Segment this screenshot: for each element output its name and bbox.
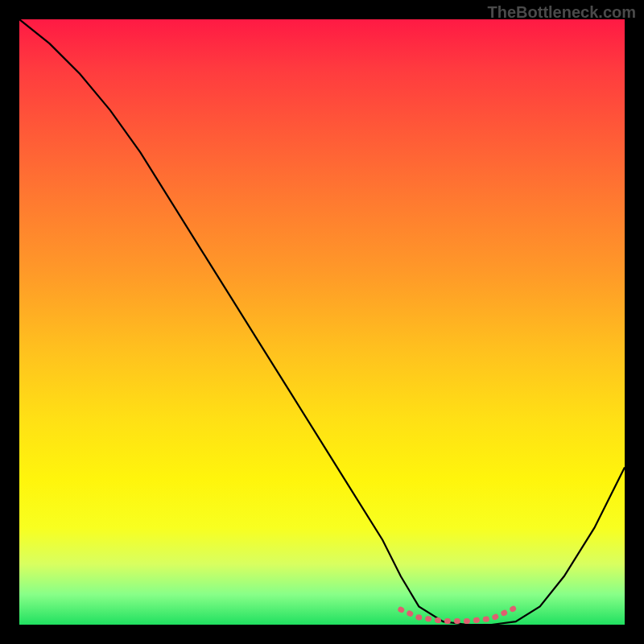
- chart-area: [19, 19, 625, 625]
- watermark-text: TheBottleneck.com: [488, 3, 636, 22]
- chart-line-main: [19, 19, 625, 625]
- chart-line-highlight: [401, 608, 516, 621]
- chart-svg: [19, 19, 625, 625]
